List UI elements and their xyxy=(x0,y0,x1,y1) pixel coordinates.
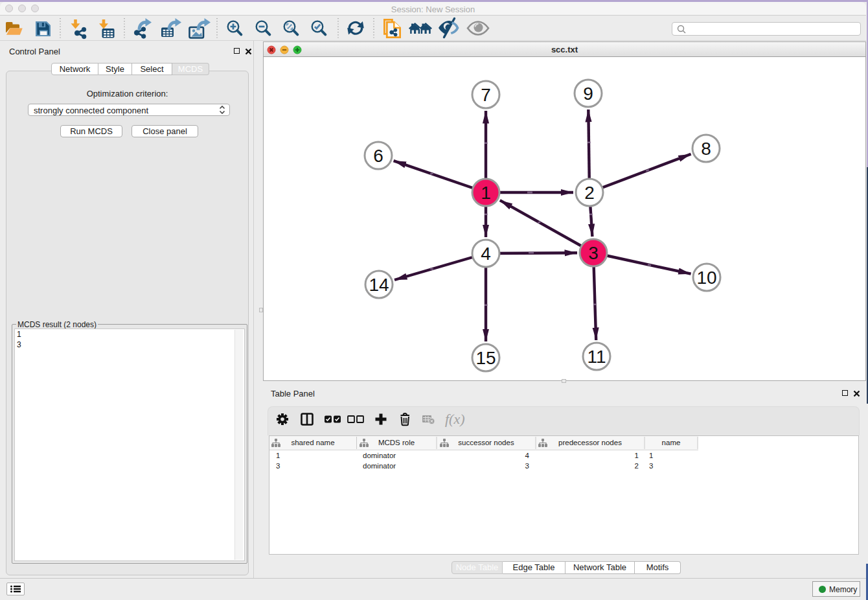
svg-text:10: 10 xyxy=(696,268,716,288)
svg-text:14: 14 xyxy=(369,275,389,295)
svg-text:8: 8 xyxy=(701,139,711,159)
svg-text:1: 1 xyxy=(481,183,491,203)
svg-text:6: 6 xyxy=(373,146,383,166)
svg-text:15: 15 xyxy=(475,348,496,368)
svg-text:3: 3 xyxy=(588,243,599,263)
svg-text:f(x): f(x) xyxy=(445,411,465,427)
svg-text:11: 11 xyxy=(587,347,606,367)
svg-text:2: 2 xyxy=(584,183,595,203)
svg-text:4: 4 xyxy=(481,244,491,264)
svg-text:7: 7 xyxy=(481,85,491,105)
svg-text:9: 9 xyxy=(583,84,593,104)
